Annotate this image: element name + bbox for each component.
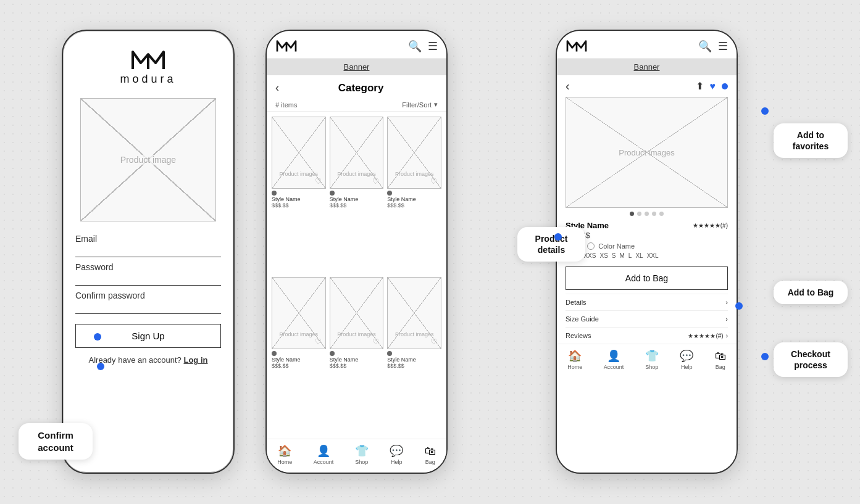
chevron-right-icon: › bbox=[725, 299, 728, 306]
size-xxl[interactable]: XXL bbox=[647, 252, 659, 259]
help-icon: 💬 bbox=[390, 444, 403, 458]
list-item[interactable]: Product images ♡ Style Name $$$.$$ bbox=[272, 117, 326, 273]
bag-icon: 🛍 bbox=[425, 445, 436, 458]
product-thumb: Product images ♡ bbox=[272, 277, 326, 349]
confirm-password-label: Confirm password bbox=[75, 291, 221, 300]
password-group: Password bbox=[75, 262, 221, 286]
size-m[interactable]: M bbox=[619, 252, 624, 259]
product-name: Style Name bbox=[387, 196, 441, 202]
header-logo-icon bbox=[275, 39, 298, 53]
nav-help[interactable]: 💬 Help bbox=[390, 444, 403, 465]
pd-bottom-nav: 🏠 Home 👤 Account 👕 Shop 💬 Help bbox=[557, 344, 737, 378]
pd-nav-row: ‹ ⬆ ♥ bbox=[557, 75, 737, 97]
favorite-icon[interactable]: ♡ bbox=[372, 177, 379, 186]
product-name: Style Name bbox=[272, 357, 326, 363]
nav-home[interactable]: 🏠 Home bbox=[277, 444, 292, 465]
product-name: Style Name bbox=[387, 357, 441, 363]
product-price: $$$.$$ bbox=[387, 202, 441, 209]
add-to-bag-button[interactable]: Add to Bag bbox=[566, 266, 728, 290]
favorite-icon[interactable]: ♡ bbox=[430, 177, 437, 186]
product-price: $$$.$$ bbox=[272, 363, 326, 369]
size-guide-accordion[interactable]: Size Guide › bbox=[566, 310, 728, 327]
product-grid: Product images ♡ Style Name $$$.$$ Produ… bbox=[267, 112, 446, 439]
shop-icon: 👕 bbox=[355, 444, 369, 458]
search-button[interactable]: 🔍 bbox=[408, 39, 422, 53]
pd-bag-icon: 🛍 bbox=[715, 350, 726, 363]
pd-accordion: Details › Size Guide › Reviews ★★★★★(#) … bbox=[566, 294, 728, 344]
items-count: # items bbox=[275, 101, 297, 109]
dot-4 bbox=[652, 212, 656, 216]
product-images-label: Product images bbox=[280, 331, 319, 337]
details-accordion[interactable]: Details › bbox=[566, 294, 728, 310]
logo-text: modura bbox=[120, 73, 176, 86]
category-header: ‹ Category bbox=[267, 75, 446, 98]
product-details-callout: Product details bbox=[517, 227, 585, 262]
pd-menu-button[interactable]: ☰ bbox=[718, 39, 728, 53]
list-item[interactable]: Product images ♡ Style Name $$$.$$ bbox=[387, 277, 441, 434]
product-images-label: Product images bbox=[337, 171, 376, 177]
pd-header-icons: 🔍 ☰ bbox=[698, 39, 728, 53]
pd-color-row: Color: Color Name bbox=[566, 242, 728, 250]
already-account-text: Already have an account? Log in bbox=[89, 355, 208, 365]
phone-signup: modura Product image Email Password Conf… bbox=[62, 30, 235, 474]
pd-search-button[interactable]: 🔍 bbox=[698, 39, 712, 53]
pd-shop-icon: 👕 bbox=[645, 349, 659, 363]
product-thumb: Product images ♡ bbox=[330, 277, 384, 349]
size-xl[interactable]: XL bbox=[635, 252, 643, 259]
pd-header-logo-icon bbox=[566, 39, 588, 53]
pd-back-button[interactable]: ‹ bbox=[566, 79, 570, 93]
list-item[interactable]: Product images ♡ Style Name $$$.$$ bbox=[330, 277, 384, 434]
email-group: Email bbox=[75, 234, 221, 257]
product-thumb: Product images ♡ bbox=[387, 277, 441, 349]
product-thumb: Product images ♡ bbox=[387, 117, 441, 189]
pd-share-button[interactable]: ⬆ bbox=[696, 80, 704, 92]
pd-size-row: Size XXS XS S M L XL XXL bbox=[566, 252, 728, 259]
pd-nav-shop[interactable]: 👕 Shop bbox=[645, 349, 659, 370]
pd-account-icon: 👤 bbox=[607, 349, 620, 363]
product-dot bbox=[330, 351, 335, 356]
product-price: $$$.$$ bbox=[330, 202, 384, 209]
pd-stars: ★★★★★(#) bbox=[693, 222, 728, 229]
size-xs[interactable]: XS bbox=[599, 252, 607, 259]
size-l[interactable]: L bbox=[628, 252, 632, 259]
pd-price: $$$.$$ bbox=[566, 231, 728, 240]
pd-nav-help[interactable]: 💬 Help bbox=[680, 349, 693, 370]
favorite-icon[interactable]: ♡ bbox=[315, 337, 322, 346]
pd-nav-home[interactable]: 🏠 Home bbox=[567, 349, 582, 370]
list-item[interactable]: Product images ♡ Style Name $$$.$$ bbox=[387, 117, 441, 273]
size-xxs[interactable]: XXS bbox=[583, 252, 596, 259]
nav-shop[interactable]: 👕 Shop bbox=[355, 444, 369, 465]
size-s[interactable]: S bbox=[612, 252, 616, 259]
add-to-bag-callout: Add to Bag bbox=[774, 281, 848, 304]
add-to-bag-dot bbox=[735, 302, 743, 310]
menu-button[interactable]: ☰ bbox=[428, 39, 438, 53]
product-images-label: Product images bbox=[280, 171, 319, 177]
checkout-process-dot bbox=[761, 353, 769, 360]
product-name: Style Name bbox=[330, 196, 384, 202]
list-item[interactable]: Product images ♡ Style Name $$$.$$ bbox=[272, 277, 326, 434]
favorite-icon[interactable]: ♡ bbox=[315, 177, 322, 186]
pd-nav-bag[interactable]: 🛍 Bag bbox=[715, 350, 726, 370]
dot-3 bbox=[645, 212, 649, 216]
pd-image-dots bbox=[557, 208, 737, 218]
color-circle[interactable] bbox=[587, 242, 595, 250]
nav-bag[interactable]: 🛍 Bag bbox=[425, 445, 436, 465]
phone-category: 🔍 ☰ Banner ‹ Category # items Filter/Sor… bbox=[265, 30, 448, 474]
favorite-icon[interactable]: ♡ bbox=[372, 337, 379, 346]
confirm-password-dot bbox=[94, 333, 101, 341]
reviews-accordion[interactable]: Reviews ★★★★★(#) › bbox=[566, 327, 728, 344]
pd-favorite-button[interactable]: ♥ bbox=[710, 81, 716, 92]
filter-sort[interactable]: Filter/Sort ▾ bbox=[402, 101, 438, 109]
back-button[interactable]: ‹ bbox=[275, 81, 279, 94]
logo-area: modura bbox=[120, 49, 176, 86]
chevron-right-icon: › bbox=[726, 333, 728, 339]
product-images-label: Product images bbox=[395, 171, 434, 177]
log-in-link[interactable]: Log in bbox=[183, 355, 207, 365]
list-item[interactable]: Product images ♡ Style Name $$$.$$ bbox=[330, 117, 384, 273]
favorite-icon[interactable]: ♡ bbox=[430, 337, 437, 346]
nav-account[interactable]: 👤 Account bbox=[314, 444, 334, 465]
pd-name-row: Style Name ★★★★★(#) bbox=[566, 221, 728, 230]
product-dot bbox=[272, 191, 277, 196]
reviews-stars: ★★★★★(#) bbox=[688, 333, 723, 339]
pd-nav-account[interactable]: 👤 Account bbox=[604, 349, 624, 370]
